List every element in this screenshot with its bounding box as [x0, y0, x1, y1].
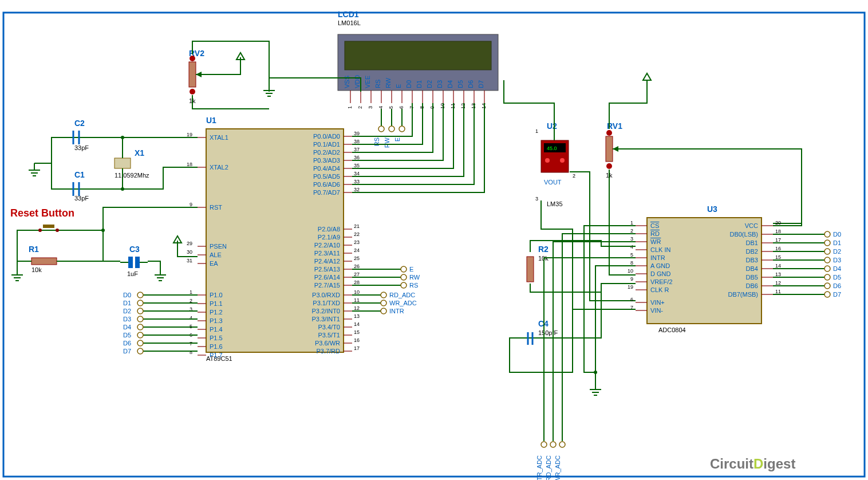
- svg-text:39: 39: [354, 131, 360, 136]
- u3-part: ADC0804: [658, 326, 686, 333]
- terminal-RD_ADC[interactable]: [381, 292, 386, 298]
- svg-text:DB2: DB2: [746, 248, 758, 255]
- u3-terminal-D3[interactable]: [824, 257, 830, 263]
- c3-ref: C3: [129, 245, 140, 254]
- svg-text:RS: RS: [374, 80, 381, 88]
- svg-text:P3.2/INT0: P3.2/INT0: [311, 308, 340, 314]
- svg-text:D7: D7: [478, 80, 484, 88]
- svg-text:32: 32: [354, 187, 360, 192]
- svg-text:1: 1: [347, 106, 353, 109]
- svg-rect-45: [189, 62, 196, 87]
- terminal-WR_ADC[interactable]: [559, 442, 565, 447]
- svg-text:P2.2/A10: P2.2/A10: [314, 242, 340, 249]
- terminal-INTR[interactable]: [381, 308, 386, 314]
- terminal-D5[interactable]: [137, 332, 143, 338]
- svg-text:DB7(MSB): DB7(MSB): [728, 291, 758, 298]
- svg-point-248: [606, 163, 612, 169]
- svg-text:10: 10: [628, 268, 633, 274]
- u3-terminal-D6[interactable]: [824, 283, 830, 289]
- svg-text:P3.4/T0: P3.4/T0: [318, 324, 340, 331]
- svg-marker-250: [613, 146, 618, 152]
- svg-text:22: 22: [354, 231, 360, 237]
- terminal-RS[interactable]: [401, 282, 407, 288]
- svg-text:VIN+: VIN+: [650, 299, 665, 306]
- u3-terminal-D5[interactable]: [824, 274, 830, 280]
- terminal-E[interactable]: [401, 266, 407, 272]
- svg-text:18: 18: [187, 162, 192, 167]
- svg-text:6: 6: [630, 297, 633, 302]
- terminal-RD_ADC[interactable]: [550, 442, 556, 447]
- svg-text:P3.7/RD: P3.7/RD: [316, 348, 340, 355]
- svg-text:31: 31: [187, 258, 192, 263]
- svg-text:11: 11: [354, 297, 360, 303]
- svg-text:EA: EA: [210, 260, 218, 267]
- component-r1: R1 10k: [23, 245, 66, 273]
- terminal-D1[interactable]: [137, 300, 143, 306]
- svg-text:RW: RW: [384, 137, 390, 148]
- u3-terminal-D2[interactable]: [824, 249, 830, 254]
- svg-text:1: 1: [535, 128, 538, 134]
- svg-text:D2: D2: [123, 308, 131, 314]
- component-u3: U3 ADC0804 1CS2RD3WR4CLK IN5INTR8A GND10…: [628, 204, 781, 333]
- svg-point-336: [594, 371, 597, 374]
- c1-ref: C1: [74, 170, 85, 179]
- svg-text:INTR: INTR: [650, 254, 665, 261]
- svg-text:INTR_ADC: INTR_ADC: [536, 455, 543, 480]
- svg-text:2: 2: [573, 173, 575, 179]
- c4-val: 150pfF: [538, 329, 558, 336]
- terminal-INTR_ADC[interactable]: [541, 442, 547, 447]
- svg-text:34: 34: [354, 171, 360, 176]
- svg-point-247: [606, 130, 612, 136]
- component-reset-button[interactable]: [34, 225, 63, 232]
- svg-text:3: 3: [630, 236, 633, 242]
- svg-text:DB1: DB1: [746, 239, 758, 246]
- svg-rect-72: [128, 257, 133, 268]
- component-u1: U1 AT89C51 19XTAL118XTAL29RST29PSEN30ALE…: [187, 116, 360, 362]
- svg-text:D6: D6: [467, 80, 474, 88]
- svg-text:P1.1: P1.1: [210, 300, 223, 307]
- terminal-D4[interactable]: [137, 324, 143, 330]
- terminal-D3[interactable]: [137, 316, 143, 322]
- terminal-WR_ADC[interactable]: [381, 300, 386, 306]
- svg-point-59: [121, 136, 124, 139]
- svg-text:D3: D3: [123, 316, 131, 322]
- u3-terminal-D0[interactable]: [824, 231, 830, 237]
- svg-text:P1.5: P1.5: [210, 335, 223, 341]
- component-rv1: RV1 1k: [606, 121, 623, 179]
- svg-text:P1.3: P1.3: [210, 317, 223, 324]
- svg-text:XTAL1: XTAL1: [210, 134, 228, 141]
- u3-terminal-D1[interactable]: [824, 240, 830, 246]
- svg-text:23: 23: [354, 239, 360, 245]
- svg-text:18: 18: [775, 229, 781, 234]
- svg-text:14: 14: [775, 263, 781, 269]
- svg-text:RD_ADC: RD_ADC: [389, 292, 415, 298]
- svg-text:21: 21: [354, 223, 360, 229]
- component-lcd1: LCD1 LM016L VSS1VDD2VEE3RS4RW5E6D07D18D2…: [338, 10, 498, 109]
- gnd-icon: [29, 163, 40, 176]
- svg-text:D6: D6: [833, 282, 841, 289]
- svg-text:VDD: VDD: [354, 75, 361, 88]
- u3-terminal-D4[interactable]: [824, 266, 830, 272]
- u2-vout: VOUT: [544, 179, 562, 186]
- terminal-D2[interactable]: [137, 308, 143, 314]
- svg-rect-69: [31, 258, 57, 265]
- terminal-D0[interactable]: [137, 292, 143, 298]
- terminal-D6[interactable]: [137, 340, 143, 346]
- svg-text:D3: D3: [436, 80, 443, 88]
- u3-terminal-D7[interactable]: [824, 292, 830, 297]
- svg-point-241: [545, 158, 550, 163]
- svg-text:DB5: DB5: [746, 274, 758, 281]
- terminal-top-E[interactable]: [399, 126, 405, 132]
- svg-text:17: 17: [354, 345, 360, 351]
- svg-text:D0: D0: [123, 292, 131, 298]
- svg-text:4: 4: [190, 315, 192, 321]
- svg-rect-246: [606, 136, 613, 162]
- svg-text:D4: D4: [123, 324, 131, 331]
- svg-text:P0.0/AD0: P0.0/AD0: [313, 133, 340, 140]
- terminal-D7[interactable]: [137, 348, 143, 354]
- terminal-top-RW[interactable]: [389, 126, 394, 132]
- terminal-top-RS[interactable]: [378, 126, 384, 132]
- terminal-RW[interactable]: [401, 274, 407, 280]
- svg-text:27: 27: [354, 272, 360, 277]
- svg-text:P2.6/A14: P2.6/A14: [314, 274, 340, 281]
